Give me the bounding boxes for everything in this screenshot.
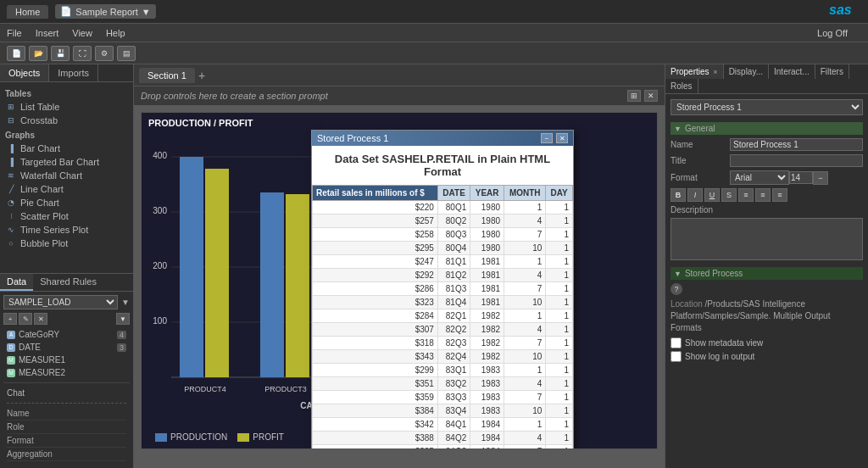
menu-view[interactable]: View <box>72 28 92 38</box>
sp-location: Location /Products/SAS Intelligence Plat… <box>670 298 863 334</box>
time-series-icon: ∿ <box>5 225 17 235</box>
table-cell: 7 <box>504 228 546 242</box>
tab-imports[interactable]: Imports <box>49 64 98 81</box>
waterfall-chart-item[interactable]: ≋ Waterfall Chart <box>0 169 133 182</box>
prop-name-input[interactable] <box>730 138 863 151</box>
font-size-input[interactable] <box>789 171 813 184</box>
prop-title-input[interactable] <box>730 154 863 167</box>
menu-file[interactable]: File <box>7 28 22 38</box>
toolbar-new[interactable]: 📄 <box>7 46 25 61</box>
section-icon-1[interactable]: ⊞ <box>627 90 641 102</box>
tab-objects[interactable]: Objects <box>0 64 49 81</box>
time-series-item[interactable]: ∿ Time Series Plot <box>0 223 133 237</box>
table-cell: 1 <box>546 296 573 309</box>
show-log-row: Show log in output <box>670 351 863 362</box>
bold-button[interactable]: B <box>670 188 686 202</box>
pie-chart-item[interactable]: ◔ Pie Chart <box>0 196 133 209</box>
data-btn-delete[interactable]: ✕ <box>34 313 47 325</box>
table-cell: 1981 <box>470 269 504 282</box>
table-cell: 81Q1 <box>437 255 470 269</box>
data-tabs: Data Shared Rules <box>0 274 133 292</box>
italic-button[interactable]: I <box>687 188 703 202</box>
description-textarea[interactable] <box>670 218 863 260</box>
table-cell: 1 <box>546 404 573 418</box>
pie-chart-icon: ◔ <box>5 198 17 208</box>
align-left-button[interactable]: ≡ <box>738 188 754 202</box>
field-date[interactable]: D DATE 3 <box>3 341 130 354</box>
table-cell: $220 <box>313 201 438 214</box>
table-row: $38584Q3198471 <box>313 445 573 450</box>
category-icon: A <box>7 331 15 339</box>
sp-minimize-button[interactable]: − <box>541 133 553 143</box>
table-cell: 1 <box>504 418 546 432</box>
tab-display[interactable]: Display... <box>724 64 769 79</box>
general-section: ▼ General Name Title Format Arial <box>670 122 863 262</box>
toolbar-save[interactable]: 💾 <box>51 46 70 61</box>
right-object-select[interactable]: Stored Process 1 <box>670 99 863 115</box>
general-header[interactable]: ▼ General <box>670 122 863 135</box>
datasource-select[interactable]: SAMPLE_LOAD <box>3 295 118 309</box>
show-log-checkbox[interactable] <box>670 351 682 362</box>
table-cell: $247 <box>313 255 438 269</box>
data-btn-edit[interactable]: ✎ <box>19 313 32 325</box>
table-cell: 1981 <box>470 282 504 296</box>
prop-name: Name <box>7 407 126 421</box>
field-measure1[interactable]: M MEASURE1 <box>3 354 130 366</box>
sp-help-button[interactable]: ? <box>670 283 682 295</box>
toolbar-fullscreen[interactable]: ⛶ <box>73 46 92 61</box>
table-cell: 84Q2 <box>437 432 470 445</box>
data-btn-filter[interactable]: ▼ <box>116 313 130 325</box>
section-icons: ⊞ ✕ <box>627 90 658 102</box>
table-cell: 1980 <box>470 228 504 242</box>
tab-properties[interactable]: Properties × <box>665 64 724 79</box>
align-center-button[interactable]: ≡ <box>755 188 771 202</box>
home-button[interactable]: Home <box>7 5 48 19</box>
section-tab-1[interactable]: Section 1 <box>139 68 195 83</box>
bar-chart-item[interactable]: ▐ Bar Chart <box>0 142 133 155</box>
svg-text:sas: sas <box>829 3 852 17</box>
add-section-button[interactable]: + <box>198 69 205 82</box>
menu-insert[interactable]: Insert <box>36 28 59 38</box>
table-cell: 1 <box>504 255 546 269</box>
tab-shared-rules[interactable]: Shared Rules <box>33 274 103 291</box>
toolbar-open[interactable]: 📂 <box>29 46 47 61</box>
bubble-plot-item[interactable]: ○ Bubble Plot <box>0 237 133 250</box>
section-tabs: Section 1 + <box>134 64 665 86</box>
table-row: $30782Q2198241 <box>313 323 573 337</box>
field-category[interactable]: A CateGoRY 4 <box>3 328 130 341</box>
chat-item[interactable]: Chat <box>3 387 130 399</box>
align-right-button[interactable]: ≡ <box>772 188 787 202</box>
sp-section-header[interactable]: ▼ Stored Process <box>670 267 863 280</box>
toolbar-extra[interactable]: ▤ <box>117 46 136 61</box>
strikethrough-button[interactable]: S <box>721 188 737 202</box>
font-select[interactable]: Arial <box>730 170 789 185</box>
tab-interact[interactable]: Interact... <box>769 64 815 79</box>
show-metadata-checkbox[interactable] <box>670 337 682 348</box>
tab-filters[interactable]: Filters <box>815 64 849 79</box>
crosstab-item[interactable]: ⊟ Crosstab <box>0 114 133 127</box>
menu-help[interactable]: Help <box>106 28 125 38</box>
data-btn-add[interactable]: + <box>3 313 17 325</box>
font-size-decrement[interactable]: − <box>813 171 828 185</box>
sp-close-button[interactable]: ✕ <box>556 133 568 143</box>
section-icon-2[interactable]: ✕ <box>644 90 658 102</box>
underline-button[interactable]: U <box>704 188 720 202</box>
datasource-arrow[interactable]: ▼ <box>121 298 130 307</box>
tab-roles[interactable]: Roles <box>665 79 698 93</box>
table-cell: $292 <box>313 269 438 282</box>
line-chart-item[interactable]: ╱ Line Chart <box>0 182 133 196</box>
tab-data[interactable]: Data <box>0 274 33 291</box>
report-title: Sample Report <box>75 7 137 17</box>
targeted-bar-chart-item[interactable]: ▐ Targeted Bar Chart <box>0 155 133 169</box>
table-cell: 1 <box>546 201 573 214</box>
toolbar-settings[interactable]: ⚙ <box>95 46 114 61</box>
sp-title-text: Stored Process 1 <box>317 133 388 143</box>
table-cell: 1981 <box>470 296 504 309</box>
properties-tab-close[interactable]: × <box>713 68 717 76</box>
scatter-plot-item[interactable]: ⁝ Scatter Plot <box>0 209 133 223</box>
table-cell: 4 <box>504 432 546 445</box>
logout-link[interactable]: Log Off <box>817 28 848 38</box>
list-table-item[interactable]: ⊞ List Table <box>0 100 133 114</box>
field-measure2[interactable]: M MEASURE2 <box>3 366 130 379</box>
sp-col-month: MONTH <box>504 186 546 201</box>
